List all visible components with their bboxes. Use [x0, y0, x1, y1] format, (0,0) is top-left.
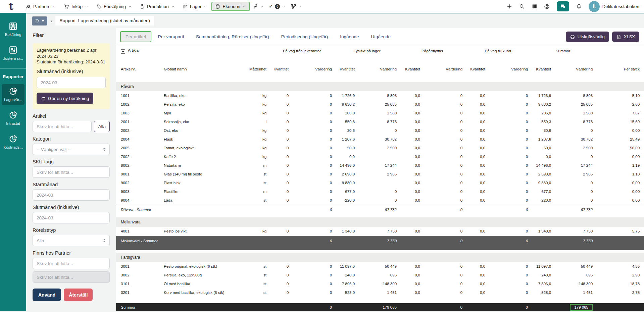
tab-ing-ende[interactable]: Ingående — [335, 31, 364, 42]
table-row[interactable]: 3101Öl med basilikast007 896,0148 3000,0… — [116, 279, 644, 288]
column-header-4[interactable]: Värdering — [291, 56, 335, 82]
slutmanad-input[interactable] — [33, 212, 110, 223]
sku-tagg-input[interactable] — [33, 166, 110, 178]
select-all-checkbox[interactable] — [121, 49, 125, 54]
table-row[interactable]: 2002Ost, ekokg0030,600,000,0030,600,00 — [116, 126, 644, 135]
nav-item-produktion[interactable]: Produktion — [136, 2, 178, 11]
reset-button[interactable]: Återställ — [64, 289, 93, 301]
recalculate-button[interactable]: Gör en ny beräkning — [37, 93, 93, 104]
partner-search-input[interactable] — [33, 258, 110, 269]
nav-item-inköp[interactable]: Inköp — [60, 2, 92, 11]
nav-item-ekonomi[interactable]: Ekonomi — [211, 2, 250, 11]
chevron-down-icon — [128, 4, 132, 9]
sidebar-item-intrastat[interactable]: Intrastat — [2, 108, 24, 129]
notifications-bell-icon[interactable] — [576, 4, 582, 9]
table-row[interactable]: 9001Glas (140 ml) till pestost002 698,02… — [116, 170, 644, 178]
sidebar-item-kostnads[interactable]: Kostnads... — [2, 132, 24, 153]
tab-periodisering-ungef-r[interactable]: Periodisering (Ungefär) — [276, 31, 334, 42]
nav-runner-menu[interactable] — [250, 2, 266, 11]
sidebar-item-lagerv-r[interactable]: Lagervär... — [2, 84, 24, 105]
column-header-6[interactable]: Värdering — [357, 56, 399, 82]
column-header-10[interactable]: Värdering — [488, 56, 531, 82]
alla-button[interactable]: Alla — [94, 121, 110, 132]
table-row[interactable]: 3201Korv med basilika, ekologisk (6 stk)… — [116, 288, 644, 297]
tab-sammanfattning-r-relser-ungef-r[interactable]: Sammanfattning, Rörelser (Ungefär) — [191, 31, 275, 42]
kategori-select[interactable]: -- Vänligen välj -- — [33, 144, 110, 155]
sidebar-item-justera-sj[interactable]: Justera sj... — [2, 43, 24, 64]
column-header-2[interactable]: Måttenhet — [242, 56, 269, 82]
nav-item-partners[interactable]: Partners — [22, 2, 60, 11]
refresh-icon — [41, 96, 45, 101]
select-all-header: Artiklar — [116, 45, 269, 56]
rorelsetyp-select[interactable]: Alla — [33, 235, 110, 246]
column-header-9[interactable]: Kvantitet — [465, 56, 488, 82]
history-icon — [35, 18, 39, 24]
column-header-5[interactable]: Kvantitet — [335, 56, 357, 82]
column-group-header: Fysiskt på lager — [335, 45, 399, 56]
nav-item-label: Inköp — [71, 4, 83, 9]
tab-per-varuparti[interactable]: Per varuparti — [153, 31, 189, 42]
artikel-search-input[interactable] — [33, 121, 92, 132]
table-row[interactable]: 9003Plastfilmm00-677,000,000,00-677,000,… — [116, 187, 644, 196]
print-friendly-button[interactable]: Utskriftsvänlig — [566, 32, 609, 42]
breadcrumb-separator: › — [51, 18, 52, 23]
column-header-7[interactable]: Kvantitet — [399, 56, 423, 82]
table-row[interactable]: 3001Pesto original, ekologisk (6 stk)st0… — [116, 262, 644, 271]
history-button[interactable] — [32, 16, 47, 25]
xlsx-export-button[interactable]: XLSX — [612, 32, 639, 42]
table-row[interactable]: 1002Persilja, ekokg009 630,225 0850,000,… — [116, 100, 644, 109]
table-row[interactable]: 4001Pesto lös viktkg001 348,07 7500,000,… — [116, 227, 644, 236]
nav-item-försäljning[interactable]: Försäljning — [93, 2, 135, 11]
search-icon[interactable] — [519, 4, 525, 9]
table-row[interactable]: 1003Mjölkg00206,01 5800,000,00206,01 580… — [116, 109, 644, 117]
table-row[interactable]: 2004Fläskkg001 207,630 7820,000,001 207,… — [116, 135, 644, 144]
barcode-icon[interactable] — [532, 4, 537, 9]
tab-utg-ende[interactable]: Utgående — [366, 31, 396, 42]
account-menu[interactable]: t Delikatessfabriken — [589, 1, 639, 12]
grand-total-value: 179 065 — [554, 303, 595, 311]
table-row[interactable]: 2005Tomat, ekologisktkg0050,02 5000,000,… — [116, 144, 644, 152]
sidebar-item-bokf-ring[interactable]: Bokföring — [2, 19, 24, 40]
app-logo[interactable]: t — [0, 0, 22, 12]
table-row[interactable]: 8002Naturtarmm0014 496,017 2440,000,0014… — [116, 161, 644, 170]
chevron-down-icon — [204, 4, 207, 9]
table-row[interactable]: 1001Basilika, ekokg001 726,98 8030,000,0… — [116, 91, 644, 100]
column-header-3[interactable]: Kvantitet — [269, 56, 291, 82]
sidebar-item-label: Kostnads... — [3, 145, 23, 149]
startmanad-input[interactable] — [33, 189, 110, 201]
nav-item-lager[interactable]: Lager — [179, 2, 211, 11]
notice-line1: Lagervärdering beräknad 2 apr 2024 03:23 — [37, 47, 106, 59]
counter-badge: 0 — [275, 4, 280, 9]
column-header-1[interactable]: Globalt namn — [161, 56, 242, 82]
section-summary-row: Råvara - Summor097 7320097 732 — [116, 205, 644, 215]
checkmark-icon: ✓ — [269, 3, 273, 9]
table-row[interactable]: 9002Plast hinkst009 880,00,000,009 880,0… — [116, 178, 644, 187]
grand-total-row: Summor0179 06500179 065 — [116, 303, 644, 311]
table-row[interactable]: 2001Solrosolja, ekol00559,38 7730,000,00… — [116, 117, 644, 126]
apply-button[interactable]: Använd — [33, 289, 61, 301]
kategori-label: Kategori — [33, 136, 110, 142]
create-new-icon[interactable] — [507, 4, 512, 9]
partners-icon — [26, 4, 31, 9]
support-icon[interactable] — [544, 4, 550, 9]
nav-integrations-menu[interactable] — [288, 2, 304, 11]
startmanad-label: Startmånad — [33, 182, 110, 187]
nav-checkmark-menu[interactable]: ✓0 — [266, 2, 288, 11]
chevron-down-icon — [243, 4, 246, 9]
partner-secondary-input — [33, 271, 110, 283]
column-header-12[interactable]: Värdering — [554, 56, 595, 82]
table-row[interactable]: 9004Lådast00-220,000,000,00-220,000,00 — [116, 196, 644, 205]
section-header: Råvara — [116, 82, 644, 91]
notice-slutmanad-input[interactable] — [37, 77, 106, 88]
table-row[interactable]: 3002Persilja, eko, 12x500gst00240,06950,… — [116, 271, 644, 279]
chat-button[interactable] — [557, 1, 569, 11]
column-header-0[interactable]: Artikelnr. — [116, 56, 161, 82]
sliders-icon — [2, 46, 24, 54]
table-row[interactable]: 7002Kaffe 2kg000,00,000,000,000,00 — [116, 152, 644, 161]
column-header-8[interactable]: Värdering — [423, 56, 465, 82]
sidebar-item-label: Intrastat — [6, 121, 20, 125]
column-header-11[interactable]: Kvantitet — [531, 56, 554, 82]
column-header-13[interactable]: Per styck — [595, 56, 644, 82]
nav-item-label: Försäljning — [104, 4, 126, 9]
tab-per-artikel[interactable]: Per artikel — [120, 31, 151, 42]
